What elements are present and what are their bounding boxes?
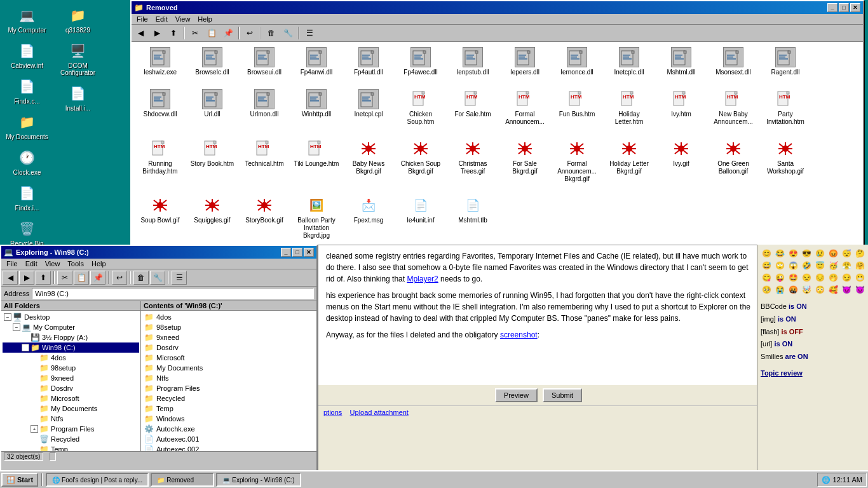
tree-item-programfiles[interactable]: +📁Program Files [3, 424, 139, 434]
removed-file-44[interactable]: 📄Ie4unit.inf [395, 193, 446, 249]
maximize-button[interactable]: □ [839, 3, 849, 12]
removed-file-15[interactable]: Urlmon.dll [239, 87, 290, 135]
cut-button[interactable]: ✂ [187, 26, 203, 40]
removed-file-3[interactable]: Fp4anwi.dll [291, 45, 342, 86]
removed-file-27[interactable]: HTMStory Book.htm [187, 137, 238, 193]
emoji-28[interactable]: 😳 [814, 284, 825, 295]
explorer-menu-file[interactable]: File [3, 259, 22, 268]
emoji-10[interactable]: 😱 [787, 260, 799, 271]
emoji-14[interactable]: 😤 [841, 260, 852, 271]
removed-file-2[interactable]: Browseui.dll [239, 45, 290, 86]
explorer-maximize-button[interactable]: □ [292, 248, 302, 257]
tree-item-dosdrv[interactable]: 📁Dosdrv [3, 383, 139, 393]
tree-item-microsoft[interactable]: 📁Microsoft [3, 393, 139, 403]
file-list-item-4[interactable]: 📁Microsoft [142, 353, 315, 363]
emoji-26[interactable]: 🤬 [787, 284, 799, 295]
removed-file-35[interactable]: Holiday Letter Bkgrd.gif [604, 137, 654, 193]
emoji-21[interactable]: 🤭 [827, 272, 839, 283]
removed-file-16[interactable]: Winhttp.dll [291, 87, 342, 135]
desktop-icon-q313829[interactable]: 📁 q313829 [54, 3, 102, 36]
removed-file-42[interactable]: 🖼️Balloon Party Invitation Bkgrd.jpg [291, 193, 342, 249]
file-list-item-0[interactable]: 📁4dos [142, 312, 315, 322]
desktop-icon-my-documents[interactable]: 📁 My Documents [3, 110, 51, 142]
emoji-31[interactable]: 👿 [854, 284, 865, 295]
tree-item-recycled[interactable]: 🗑️Recycled [3, 434, 139, 444]
emoji-4[interactable]: 😢 [814, 248, 825, 259]
taskbar-item-explorer[interactable]: 💻 Exploring - Win98 (C:) [216, 473, 301, 487]
preview-button[interactable]: Preview [495, 388, 538, 402]
removed-file-43[interactable]: 📩Fpext.msg [343, 193, 394, 249]
removed-file-29[interactable]: HTMTiki Lounge.htm [291, 137, 342, 193]
desktop-icon-cabview[interactable]: 📄 Cabview.inf [3, 39, 51, 71]
removed-file-23[interactable]: HTMIvy.htm [656, 87, 707, 135]
views-button[interactable]: ☰ [302, 26, 317, 40]
desktop-icon-install[interactable]: 📄 Install.i... [54, 81, 102, 114]
removed-file-1[interactable]: Browselc.dll [187, 45, 238, 86]
removed-file-10[interactable]: Mshtml.dll [656, 45, 707, 86]
emoji-24[interactable]: 🥺 [761, 284, 772, 295]
removed-file-11[interactable]: Msonsext.dll [708, 45, 759, 86]
file-list-item-11[interactable]: ⚙️Autochk.exe [142, 424, 315, 434]
menu-file[interactable]: File [133, 15, 152, 24]
emoji-23[interactable]: 😬 [854, 272, 865, 283]
removed-file-8[interactable]: Iernonce.dll [552, 45, 602, 86]
exp-back-button[interactable]: ◀ [3, 271, 18, 285]
exp-forward-button[interactable]: ▶ [19, 271, 34, 285]
file-list-item-3[interactable]: 📁Dosdrv [142, 342, 315, 353]
tree-item-9xneed[interactable]: 📁9xneed [3, 373, 139, 383]
menu-help[interactable]: Help [194, 15, 216, 24]
desktop-icon-my-computer[interactable]: 💻 My Computer [3, 3, 51, 36]
explorer-menu-view[interactable]: View [41, 259, 64, 268]
removed-file-41[interactable]: StoryBook.gif [239, 193, 290, 249]
emoji-2[interactable]: 😍 [787, 248, 799, 259]
removed-file-45[interactable]: 📄Mshtml.tlb [447, 193, 498, 249]
removed-file-26[interactable]: HTMRunning Birthday.htm [135, 137, 186, 193]
undo-button[interactable]: ↩ [242, 26, 257, 40]
explorer-minimize-button[interactable]: _ [281, 248, 291, 257]
exp-up-button[interactable]: ⬆ [36, 271, 51, 285]
removed-file-21[interactable]: HTMFun Bus.htm [552, 87, 602, 135]
emoji-0[interactable]: 😊 [761, 248, 772, 259]
removed-file-5[interactable]: Fp4awec.dll [395, 45, 446, 86]
removed-file-20[interactable]: HTMFormal Announcem... [499, 87, 550, 135]
file-list-item-6[interactable]: 📁Ntfs [142, 373, 315, 383]
start-button[interactable]: 🪟 Start [1, 473, 38, 487]
removed-file-14[interactable]: Url.dll [187, 87, 238, 135]
removed-file-30[interactable]: Baby News Bkgrd.gif [343, 137, 394, 193]
file-list-item-7[interactable]: 📁Program Files [142, 383, 315, 393]
file-list-item-10[interactable]: 📁Windows [142, 414, 315, 424]
minimize-button[interactable]: _ [827, 3, 837, 12]
emoji-5[interactable]: 😡 [827, 248, 839, 259]
tree-item-98setup[interactable]: 📁98setup [3, 363, 139, 373]
removed-file-13[interactable]: Shdocvw.dll [135, 87, 186, 135]
upload-attachment-link[interactable]: Upload attachment [350, 409, 409, 416]
close-button[interactable]: ✕ [850, 3, 860, 12]
desktop-icon-findx1[interactable]: 📄 Findx.c... [3, 74, 51, 107]
removed-file-19[interactable]: HTMFor Sale.htm [447, 87, 498, 135]
collapse-icon[interactable]: − [13, 323, 20, 331]
exp-properties-button[interactable]: 🔧 [150, 271, 165, 285]
tree-item-4dos[interactable]: 📁4dos [3, 353, 139, 363]
tree-item-mydocs[interactable]: 📁My Documents [3, 403, 139, 414]
mplayer2-link[interactable]: Mplayer2 [407, 274, 438, 283]
copy-button[interactable]: 📋 [204, 26, 219, 40]
removed-file-0[interactable]: Ieshwiz.exe [135, 45, 186, 86]
desktop-icon-findx2[interactable]: 📄 Findx.i... [3, 181, 51, 214]
file-list-item-5[interactable]: 📁My Documents [142, 363, 315, 373]
menu-view[interactable]: View [172, 15, 194, 24]
taskbar-item-removed[interactable]: 📁 Removed [151, 473, 214, 487]
removed-file-22[interactable]: HTMHoliday Letter.htm [604, 87, 654, 135]
removed-file-17[interactable]: Inetcpl.cpl [343, 87, 394, 135]
up-button[interactable]: ⬆ [166, 26, 181, 40]
exp-cut-button[interactable]: ✂ [57, 271, 72, 285]
file-list-item-12[interactable]: 📄Autoexec.001 [142, 434, 315, 444]
emoji-25[interactable]: 😭 [774, 284, 785, 295]
emoji-19[interactable]: 😒 [801, 272, 812, 283]
file-list-item-8[interactable]: 📁Recycled [142, 393, 315, 403]
emoji-13[interactable]: 🥳 [827, 260, 839, 271]
collapse-icon[interactable]: − [4, 313, 11, 321]
removed-file-32[interactable]: Christmas Trees.gif [447, 137, 498, 193]
forward-button[interactable]: ▶ [149, 26, 165, 40]
exp-views-button[interactable]: ☰ [172, 271, 187, 285]
emoji-11[interactable]: 🤣 [801, 260, 812, 271]
